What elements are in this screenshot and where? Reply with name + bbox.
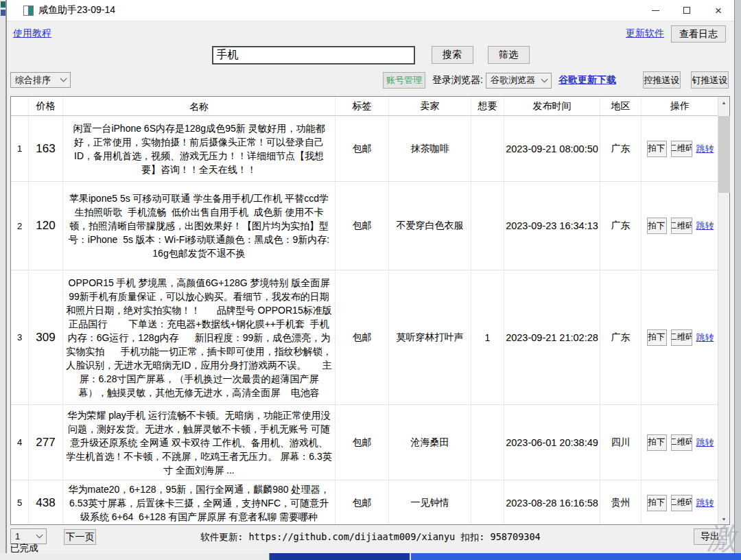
maximize-icon bbox=[683, 7, 690, 14]
table-row[interactable]: 5 438 华为mate20，6+128，95新，国行全网通，麒麟980 处理器… bbox=[11, 480, 718, 524]
item-seller: 抹茶咖啡 bbox=[389, 116, 471, 181]
chevron-down-icon bbox=[541, 75, 548, 82]
browser-select[interactable]: 谷歌浏览器 bbox=[486, 73, 552, 89]
item-name: 华为荣耀 play手机 运行流畅不卡顿。无暗病，功能正常使用没问题，测好发货。无… bbox=[63, 405, 336, 480]
item-region: 广东 bbox=[600, 116, 642, 181]
item-region: 四川 bbox=[600, 405, 642, 480]
header-seller: 卖家 bbox=[389, 97, 471, 115]
vertical-scrollbar[interactable]: ▲ ▼ bbox=[718, 97, 729, 524]
sort-select-value: 综合排序 bbox=[15, 74, 51, 86]
sort-select[interactable]: 综合排序 bbox=[10, 72, 71, 88]
buy-button[interactable]: 拍下 bbox=[647, 495, 667, 511]
qrcode-button[interactable]: 二维码 bbox=[671, 495, 692, 511]
app-icon bbox=[23, 5, 34, 16]
item-price: 277 bbox=[29, 405, 63, 480]
row-index: 4 bbox=[11, 405, 29, 480]
item-want-count bbox=[471, 480, 504, 524]
row-index: 1 bbox=[11, 116, 29, 181]
login-browser-label: 登录浏览器: bbox=[432, 74, 483, 86]
top-link-row: 使用教程 更新软件 查看日志 bbox=[7, 21, 734, 42]
item-publish-time: 2023-09-21 08:00:50 bbox=[506, 143, 598, 154]
taskbar bbox=[0, 553, 741, 560]
item-want-count bbox=[471, 182, 504, 270]
item-tag: 包邮 bbox=[336, 480, 389, 524]
push-buttons: 控推送设 钉推送设 bbox=[643, 71, 729, 89]
qrcode-button[interactable]: 二维码 bbox=[671, 141, 692, 157]
background-icon bbox=[1, 1, 5, 8]
jump-link[interactable]: 跳转 bbox=[696, 220, 714, 232]
item-price: 309 bbox=[29, 270, 63, 404]
item-want-count bbox=[471, 116, 504, 181]
item-seller: 莫听穿林打叶声 bbox=[389, 270, 471, 404]
jump-link[interactable]: 跳转 bbox=[696, 143, 714, 155]
jump-link[interactable]: 跳转 bbox=[696, 331, 714, 344]
header-price: 价格 bbox=[29, 97, 63, 115]
app-window: 咸鱼助手23-09-14 × 使用教程 更新软件 查看日志 搜索 筛选 综合排序… bbox=[6, 0, 735, 554]
scroll-down-icon[interactable]: ▼ bbox=[718, 513, 730, 524]
background-icon bbox=[1, 10, 5, 16]
jump-link[interactable]: 跳转 bbox=[696, 436, 714, 449]
scrollbar-track[interactable] bbox=[718, 108, 730, 513]
table-row[interactable]: 3 309 OPPOR15 手机 梦境黑，高颜值6G+128G 梦境特别 版全面… bbox=[11, 270, 718, 405]
header-index bbox=[11, 97, 29, 115]
header-want: 想要 bbox=[471, 97, 504, 115]
minimize-button[interactable] bbox=[639, 0, 671, 21]
window-controls: × bbox=[639, 0, 734, 21]
row-index: 5 bbox=[11, 480, 29, 524]
account-manage-button[interactable]: 账号管理 bbox=[383, 72, 425, 89]
buy-button[interactable]: 拍下 bbox=[647, 141, 667, 157]
qrcode-button[interactable]: 二维码 bbox=[671, 218, 692, 234]
titlebar: 咸鱼助手23-09-14 × bbox=[7, 0, 734, 21]
export-button[interactable]: 导出 bbox=[694, 528, 727, 545]
taskbar-segment bbox=[269, 553, 410, 560]
jump-link[interactable]: 跳转 bbox=[696, 497, 714, 509]
table-body: 1 163 闲置一台iPhone 6S内存是128g成色95新 灵敏好用，功能都… bbox=[11, 116, 718, 524]
item-operations: 拍下 二维码 跳转 bbox=[642, 270, 718, 404]
view-log-button[interactable]: 查看日志 bbox=[671, 25, 726, 43]
row-index: 2 bbox=[11, 182, 29, 270]
item-publish-time: 2023-09-21 21:02:28 bbox=[506, 332, 598, 343]
buy-button[interactable]: 拍下 bbox=[647, 434, 667, 451]
buy-button[interactable]: 拍下 bbox=[647, 218, 667, 234]
monitor-push-button[interactable]: 控推送设 bbox=[643, 71, 681, 89]
chevron-down-icon bbox=[60, 75, 67, 82]
header-operations: 操作 bbox=[642, 97, 719, 115]
item-name: 华为mate20，6+128，95新，国行全网通，麒麟980 处理器，6.53英… bbox=[63, 480, 336, 524]
scrollbar-thumb[interactable] bbox=[718, 116, 730, 193]
table-row[interactable]: 1 163 闲置一台iPhone 6S内存是128g成色95新 灵敏好用，功能都… bbox=[11, 116, 718, 182]
item-region: 广东 bbox=[600, 270, 642, 404]
search-button[interactable]: 搜索 bbox=[432, 46, 473, 64]
qrcode-button[interactable]: 二维码 bbox=[671, 329, 692, 346]
qrcode-button[interactable]: 二维码 bbox=[671, 434, 692, 451]
item-publish-time: 2023-09-23 16:34:13 bbox=[506, 220, 598, 231]
update-software-link[interactable]: 更新软件 bbox=[626, 27, 664, 40]
item-price: 438 bbox=[29, 480, 63, 524]
search-input[interactable] bbox=[212, 46, 415, 65]
item-publish-time: 2023-06-01 20:38:49 bbox=[506, 437, 598, 448]
item-seller: 不爱穿白色衣服 bbox=[389, 182, 471, 270]
maximize-button[interactable] bbox=[671, 0, 703, 21]
table-row[interactable]: 2 120 苹果ipone5 5s 可移动可联通 学生备用手机/工作机 平替cc… bbox=[11, 182, 718, 270]
software-update-info: 软件更新: https://github.com/dijiaatm009/xia… bbox=[7, 531, 734, 544]
close-button[interactable]: × bbox=[703, 0, 734, 21]
tutorial-link[interactable]: 使用教程 bbox=[13, 27, 51, 40]
item-operations: 拍下 二维码 跳转 bbox=[642, 405, 718, 480]
filter-button[interactable]: 筛选 bbox=[488, 46, 530, 64]
buy-button[interactable]: 拍下 bbox=[647, 329, 667, 346]
toolbar: 综合排序 账号管理 登录浏览器: 谷歌浏览器 谷歌更新下载 控推送设 钉推送设 bbox=[7, 71, 734, 90]
results-table: 价格 名称 标签 卖家 想要 发布时间 地区 操作 1 163 闲置一台iPho… bbox=[10, 96, 730, 525]
item-name: 闲置一台iPhone 6S内存是128g成色95新 灵敏好用，功能都好，正常使用… bbox=[63, 116, 336, 181]
table-row[interactable]: 4 277 华为荣耀 play手机 运行流畅不卡顿。无暗病，功能正常使用没问题，… bbox=[11, 405, 718, 480]
header-time: 发布时间 bbox=[504, 97, 600, 115]
scroll-up-icon[interactable]: ▲ bbox=[718, 97, 730, 108]
header-name: 名称 bbox=[63, 97, 336, 115]
background-window-sliver bbox=[0, 0, 6, 554]
table-header: 价格 名称 标签 卖家 想要 发布时间 地区 操作 bbox=[11, 97, 729, 116]
window-title: 咸鱼助手23-09-14 bbox=[38, 4, 115, 16]
chrome-update-link[interactable]: 谷歌更新下载 bbox=[558, 74, 616, 86]
dingtalk-push-button[interactable]: 钉推送设 bbox=[691, 71, 729, 89]
item-want-count bbox=[471, 405, 504, 480]
item-tag: 包邮 bbox=[336, 270, 389, 404]
close-icon: × bbox=[715, 5, 722, 16]
item-tag: 包邮 bbox=[336, 116, 389, 181]
